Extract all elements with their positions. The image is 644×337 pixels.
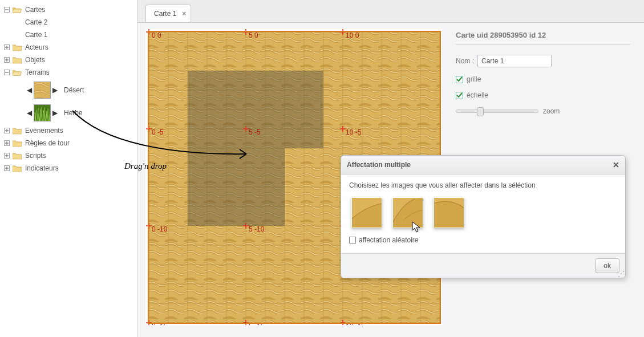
folder-icon (13, 43, 22, 51)
name-label: Nom : (456, 57, 474, 65)
svg-rect-42 (188, 109, 285, 226)
folder-icon (13, 56, 22, 64)
close-icon[interactable]: × (182, 10, 186, 18)
svg-text:10 -5: 10 -5 (346, 128, 362, 136)
grid-checkbox[interactable] (456, 76, 463, 83)
folder-icon (13, 139, 22, 147)
svg-text:0 0: 0 0 (152, 31, 161, 39)
tabstrip: Carte 1 × (137, 0, 644, 23)
svg-rect-7 (34, 82, 50, 98)
collapse-icon[interactable] (3, 6, 10, 13)
folder-icon (13, 127, 22, 135)
tree-evenements[interactable]: Evènements (0, 124, 137, 137)
folder-open-icon (13, 68, 22, 76)
svg-rect-41 (188, 71, 323, 109)
tree-label: Cartes (25, 6, 45, 14)
tree-item-carte2[interactable]: Carte 2 (0, 16, 137, 29)
expand-icon[interactable] (3, 56, 10, 63)
dialog-instruction: Choisisez les images que vous aller affe… (349, 181, 617, 189)
close-icon[interactable]: ✕ (613, 160, 619, 169)
tree-scripts[interactable]: Scripts (0, 149, 137, 162)
prev-icon[interactable]: ◀ (25, 109, 34, 117)
next-icon[interactable]: ▶ (51, 109, 59, 117)
tree-acteurs[interactable]: Acteurs (0, 41, 137, 54)
grass-thumb[interactable] (34, 104, 51, 121)
tab-carte1[interactable]: Carte 1 × (145, 5, 191, 22)
ok-button[interactable]: ok (595, 258, 619, 273)
dialog-title: Affectation multiple (347, 161, 411, 169)
svg-text:5 0: 5 0 (249, 31, 258, 39)
dragdrop-annotation: Drag'n drop (124, 161, 167, 171)
tree-objets[interactable]: Objets (0, 54, 137, 66)
svg-rect-43 (285, 109, 323, 148)
properties-title: Carte uid 289053950 id 12 (456, 31, 630, 44)
tree-item-carte1[interactable]: Carte 1 (0, 29, 137, 41)
name-input[interactable] (477, 55, 552, 67)
affectation-dialog: Affectation multiple ✕ Choisisez les ima… (341, 155, 626, 278)
scale-label: échelle (467, 91, 488, 99)
scale-checkbox[interactable] (456, 92, 463, 99)
tree-cartes[interactable]: Cartes (0, 3, 137, 16)
folder-icon (13, 152, 22, 160)
svg-text:5 -5: 5 -5 (249, 128, 261, 136)
zoom-label: zoom (543, 107, 560, 115)
tree-regles[interactable]: Règles de tour (0, 137, 137, 149)
expand-icon[interactable] (3, 127, 10, 134)
zoom-slider-thumb[interactable] (477, 107, 484, 116)
expand-icon[interactable] (3, 140, 10, 147)
collapse-icon[interactable] (3, 69, 10, 76)
terrain-item-herbe[interactable]: ◀ ▶ Herbe (0, 101, 137, 124)
folder-icon (13, 164, 22, 172)
grid-label: grille (467, 75, 481, 83)
expand-icon[interactable] (3, 44, 10, 51)
expand-icon[interactable] (3, 152, 10, 159)
svg-text:0 -5: 0 -5 (152, 128, 164, 136)
dialog-titlebar[interactable]: Affectation multiple ✕ (341, 156, 625, 174)
svg-text:0 -10: 0 -10 (152, 225, 168, 233)
expand-icon[interactable] (3, 165, 10, 172)
tree-panel: Cartes Carte 2 Carte 1 Acteurs Objets Te… (0, 0, 137, 337)
texture-choice-1[interactable] (351, 197, 382, 228)
svg-text:10 0: 10 0 (346, 31, 359, 39)
prev-icon[interactable]: ◀ (25, 86, 34, 94)
desert-thumb[interactable] (34, 82, 51, 99)
folder-open-icon (13, 6, 22, 14)
next-icon[interactable]: ▶ (51, 86, 59, 94)
terrain-item-desert[interactable]: ◀ ▶ Désert (0, 79, 137, 101)
random-checkbox[interactable] (349, 237, 356, 243)
tree-indicateurs[interactable]: Indicateurs (0, 162, 137, 174)
texture-choice-3[interactable] (434, 197, 464, 228)
tab-label: Carte 1 (154, 10, 176, 18)
texture-choice-2[interactable] (392, 197, 423, 228)
random-label: affectation aléatoire (359, 236, 419, 244)
resize-grip-icon[interactable]: ⋰ (618, 271, 623, 276)
zoom-slider[interactable] (456, 109, 538, 113)
tree-terrains[interactable]: Terrains (0, 66, 137, 79)
svg-text:5 -10: 5 -10 (249, 225, 265, 233)
